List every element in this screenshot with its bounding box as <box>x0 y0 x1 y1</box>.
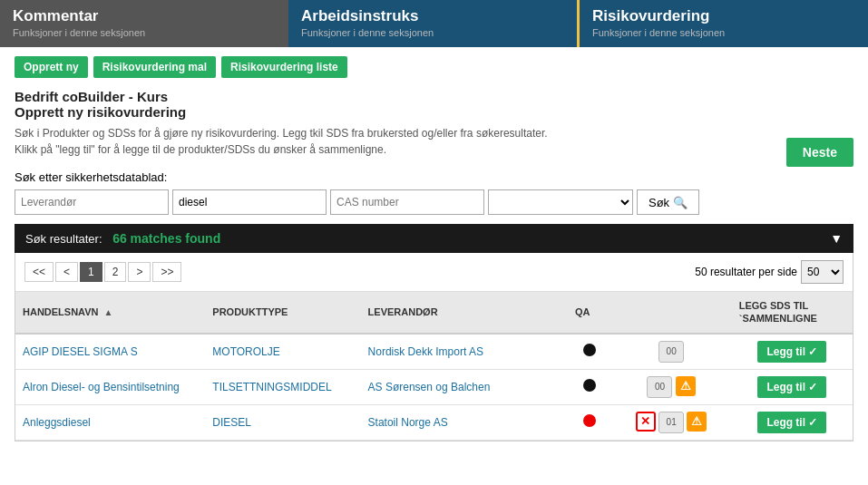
handelsnavn-header[interactable]: HANDELSNAVN ▲ <box>15 292 205 334</box>
chat-icon[interactable]: 00 <box>647 376 672 398</box>
per-page-select[interactable]: 50 25 100 <box>801 260 844 284</box>
qa-cell <box>568 404 611 440</box>
handelsnavn-cell: Anleggsdiesel <box>15 404 205 440</box>
x-mark-icon[interactable]: ✕ <box>636 412 656 432</box>
first-page-button[interactable]: << <box>24 262 54 282</box>
nav-risikovurdering[interactable]: Risikovurdering Funksjoner i denne seksj… <box>577 0 868 47</box>
legg-til-button[interactable]: Legg til ✓ <box>757 341 826 363</box>
produkttype-link[interactable]: DIESEL <box>212 416 251 429</box>
cas-input[interactable] <box>330 189 484 215</box>
collapse-icon[interactable]: ▼ <box>830 231 843 246</box>
product-input[interactable] <box>172 189 327 215</box>
produkttype-link[interactable]: TILSETTNINGSMIDDEL <box>212 381 331 393</box>
qa-dot-black <box>583 344 596 356</box>
top-nav: Kommentar Funksjoner i denne seksjonen A… <box>0 0 868 47</box>
produkttype-cell: TILSETTNINGSMIDDEL <box>205 369 360 404</box>
results-bar: Søk resultater: 66 matches found ▼ <box>15 224 853 253</box>
per-page-label: 50 resultater per side <box>695 266 797 278</box>
qa-cell <box>568 369 611 404</box>
icons-cell: 00 <box>611 334 732 370</box>
leverandor-cell: Statoil Norge AS <box>361 404 568 440</box>
pagination: << < 1 2 > >> <box>24 262 181 282</box>
legg-til-cell: Legg til ✓ <box>732 404 853 440</box>
leverandor-cell: AS Sørensen og Balchen <box>361 369 568 404</box>
qa-cell <box>568 334 611 370</box>
sort-arrow-icon: ▲ <box>104 307 113 317</box>
matches-count: 66 matches found <box>112 231 220 246</box>
page-heading: Bedrift coBuilder - Kurs Opprett ny risi… <box>15 89 853 158</box>
search-section: Søk etter sikkerhetsdatablad: Søk 🔍 <box>15 170 853 215</box>
table-row: AGIP DIESEL SIGMA S MOTOROLJE Nordisk De… <box>15 334 853 370</box>
leverandor-header: LEVERANDØR <box>361 292 568 334</box>
search-row: Søk 🔍 <box>15 189 853 215</box>
qa-dot-red <box>583 414 596 427</box>
table-row: Anleggsdiesel DIESEL Statoil Norge AS ✕ … <box>15 404 853 440</box>
legg-til-cell: Legg til ✓ <box>732 334 853 370</box>
leverandor-link[interactable]: AS Sørensen og Balchen <box>368 381 491 393</box>
nav-kommentar[interactable]: Kommentar Funksjoner i denne seksjonen <box>0 0 288 47</box>
warning-icon[interactable]: ⚠ <box>687 412 707 432</box>
risikovurdering-liste-button[interactable]: Risikovurdering liste <box>221 56 347 78</box>
table-header-row: HANDELSNAVN ▲ PRODUKTTYPE LEVERANDØR QA … <box>15 292 853 334</box>
handelsnavn-cell: AGIP DIESEL SIGMA S <box>15 334 205 370</box>
company-name: Bedrift coBuilder - Kurs <box>15 89 853 104</box>
qa-header: QA <box>568 292 611 334</box>
search-icon: 🔍 <box>673 196 688 209</box>
action-buttons: Opprett ny Risikovurdering mal Risikovur… <box>15 56 853 78</box>
extra-select[interactable] <box>488 189 633 215</box>
chat-icon[interactable]: 00 <box>658 341 684 363</box>
leverandor-cell: Nordisk Dekk Import AS <box>361 334 568 370</box>
leverandor-input[interactable] <box>15 189 169 215</box>
opprett-ny-button[interactable]: Opprett ny <box>15 56 88 78</box>
neste-button[interactable]: Neste <box>786 138 853 167</box>
page-title: Opprett ny risikovurdering <box>15 104 853 120</box>
legg-til-button[interactable]: Legg til ✓ <box>757 376 826 398</box>
prev-page-button[interactable]: < <box>55 262 78 282</box>
produkttype-link[interactable]: MOTOROLJE <box>212 345 279 358</box>
page-desc1: Søk i Produkter og SDSs for å gjøre ny r… <box>15 125 853 141</box>
icons-header <box>611 292 732 334</box>
page-desc2: Klikk på "legg til" for å legge til de p… <box>15 141 853 158</box>
risikovurdering-mal-button[interactable]: Risikovurdering mal <box>93 56 216 78</box>
warning-icon[interactable]: ⚠ <box>676 376 696 396</box>
leverandor-link[interactable]: Statoil Norge AS <box>368 416 448 429</box>
produkttype-header: PRODUKTTYPE <box>205 292 360 334</box>
qa-dot-black <box>583 379 596 392</box>
leverandor-link[interactable]: Nordisk Dekk Import AS <box>368 345 483 358</box>
legg-header: LEGG SDS TIL `SAMMENLIGNE <box>732 292 853 334</box>
pagination-row: << < 1 2 > >> 50 resultater per side 50 … <box>15 253 853 292</box>
nav-arbeidsinstruks[interactable]: Arbeidsinstruks Funksjoner i denne seksj… <box>288 0 577 47</box>
sok-button[interactable]: Søk 🔍 <box>637 189 699 215</box>
next-page-button[interactable]: > <box>128 262 151 282</box>
icons-cell: 00 ⚠ <box>611 369 732 404</box>
produkttype-cell: DIESEL <box>205 404 360 440</box>
table-row: Alron Diesel- og Bensintilsetning TILSET… <box>15 369 853 404</box>
produkttype-cell: MOTOROLJE <box>205 334 360 370</box>
handelsnavn-link[interactable]: Alron Diesel- og Bensintilsetning <box>23 381 180 393</box>
results-label: Søk resultater: <box>25 232 102 246</box>
handelsnavn-cell: Alron Diesel- og Bensintilsetning <box>15 369 205 404</box>
page-2-button[interactable]: 2 <box>104 262 127 282</box>
chat-icon[interactable]: 01 <box>658 412 684 433</box>
search-label: Søk etter sikkerhetsdatablad: <box>15 170 853 184</box>
per-page-control: 50 resultater per side 50 25 100 <box>695 260 844 284</box>
legg-til-button[interactable]: Legg til ✓ <box>757 412 826 433</box>
legg-til-cell: Legg til ✓ <box>732 369 853 404</box>
results-table: HANDELSNAVN ▲ PRODUKTTYPE LEVERANDØR QA … <box>15 292 853 441</box>
icons-cell: ✕ 01 ⚠ <box>611 404 732 440</box>
handelsnavn-link[interactable]: Anleggsdiesel <box>23 416 91 429</box>
handelsnavn-link[interactable]: AGIP DIESEL SIGMA S <box>23 345 138 358</box>
last-page-button[interactable]: >> <box>152 262 181 282</box>
page-1-button[interactable]: 1 <box>80 262 102 282</box>
